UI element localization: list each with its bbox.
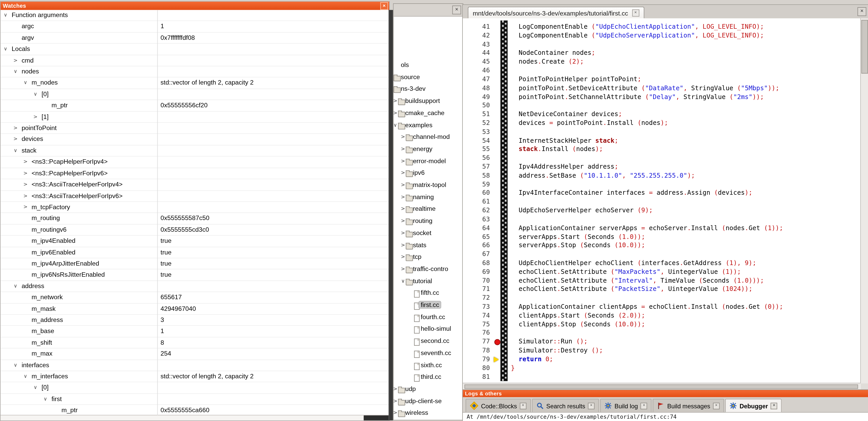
code-line[interactable]: echoClient.SetAttribute ("Interval", Tim…	[511, 277, 783, 285]
code-line[interactable]	[511, 40, 783, 49]
watch-row[interactable]: ∨nodes	[1, 66, 389, 78]
line-number[interactable]: 53	[463, 128, 494, 136]
watch-row[interactable]: m_ipv4Enabledtrue	[1, 235, 389, 247]
watch-row[interactable]: m_routing0x555555587c50	[1, 213, 389, 224]
code-line[interactable]	[511, 294, 783, 302]
watch-row[interactable]: ∨m_interfacesstd::vector of length 2, ca…	[1, 371, 389, 383]
code-line[interactable]	[511, 250, 783, 259]
chevron-collapsed-icon[interactable]: >	[22, 191, 29, 201]
tree-item-second-cc[interactable]: second.cc	[394, 336, 463, 348]
watch-row[interactable]: m_network655617	[1, 292, 389, 303]
line-number[interactable]: 70	[463, 277, 494, 285]
line-number[interactable]: 61	[463, 198, 494, 206]
tree-item-udp-client-se[interactable]: >udp-client-se	[394, 396, 463, 408]
line-number[interactable]: 78	[463, 346, 494, 355]
line-number[interactable]: 60	[463, 189, 494, 198]
tree-item-seventh-cc[interactable]: seventh.cc	[394, 348, 463, 359]
line-number[interactable]: 50	[463, 101, 494, 110]
code-line[interactable]	[511, 101, 783, 110]
tree-item-sixth-cc[interactable]: sixth.cc	[394, 360, 463, 371]
watch-row[interactable]: ∨Locals	[1, 44, 389, 55]
line-number[interactable]: 56	[463, 154, 494, 163]
code-line[interactable]: echoClient.SetAttribute ("PacketSize", U…	[511, 285, 783, 294]
chevron-collapsed-icon[interactable]: >	[400, 134, 406, 139]
watch-row[interactable]: ><ns3::AsciiTraceHelperForIpv4>	[1, 179, 389, 191]
line-number[interactable]: 77	[463, 337, 494, 346]
watches-titlebar[interactable]: Watches ×	[1, 2, 389, 10]
logs-titlebar[interactable]: Logs & others	[463, 390, 868, 398]
chevron-expanded-icon[interactable]: ∨	[41, 394, 49, 404]
code-line[interactable]: NetDeviceContainer devices;	[511, 110, 783, 119]
line-number[interactable]: 75	[463, 320, 494, 329]
logs-tab-close-icon[interactable]: ×	[641, 402, 648, 409]
line-number[interactable]: 55	[463, 145, 494, 154]
watch-row[interactable]: ∨first	[1, 394, 389, 405]
tree-item-error-model[interactable]: >error-model	[394, 156, 463, 167]
line-number[interactable]: 49	[463, 93, 494, 101]
code-line[interactable]: echoClient.SetAttribute ("MaxPackets", U…	[511, 268, 783, 277]
chevron-collapsed-icon[interactable]: >	[12, 55, 20, 66]
chevron-collapsed-icon[interactable]: >	[400, 146, 406, 151]
chevron-expanded-icon[interactable]: ∨	[12, 66, 20, 77]
editor-pane-close-button[interactable]: ×	[858, 7, 866, 16]
code-line[interactable]: UdpEchoClientHelper echoClient (interfac…	[511, 259, 783, 268]
watches-horizontal-scrollbar[interactable]	[1, 415, 389, 420]
watch-row[interactable]: ∨[0]	[1, 89, 389, 100]
watch-row[interactable]: >devices	[1, 134, 389, 145]
watch-row[interactable]: >m_tcpFactory	[1, 202, 389, 213]
line-number[interactable]: 45	[463, 58, 494, 66]
line-number[interactable]: 68	[463, 259, 494, 268]
code-line[interactable]: return 0;	[511, 355, 783, 364]
code-line[interactable]: clientApps.Start (Seconds (2.0));	[511, 311, 783, 320]
editor-tab-close-icon[interactable]: ×	[632, 9, 639, 17]
chevron-collapsed-icon[interactable]: >	[394, 98, 398, 103]
line-number[interactable]: 59	[463, 180, 494, 189]
line-number[interactable]: 79	[463, 355, 494, 364]
chevron-expanded-icon[interactable]: ∨	[12, 281, 20, 291]
tree-item-hello-simul[interactable]: hello-simul	[394, 324, 463, 335]
chevron-expanded-icon[interactable]: ∨	[22, 371, 29, 382]
code-line[interactable]	[511, 154, 783, 163]
tree-close-button[interactable]: ×	[453, 5, 461, 14]
tree-item-naming[interactable]: >naming	[394, 192, 463, 203]
line-number[interactable]: 54	[463, 136, 494, 145]
chevron-expanded-icon[interactable]: ∨	[400, 278, 406, 284]
watch-row[interactable]: m_routingv60x5555555cd3c0	[1, 224, 389, 236]
chevron-collapsed-icon[interactable]: >	[400, 182, 406, 188]
code-line[interactable]: pointToPoint.SetDeviceAttribute ("DataRa…	[511, 84, 783, 93]
chevron-collapsed-icon[interactable]: >	[394, 410, 398, 416]
watch-row[interactable]: >cmd	[1, 55, 389, 66]
code-line[interactable]	[511, 373, 783, 382]
watch-row[interactable]: ∨interfaces	[1, 360, 389, 371]
logs-tab-close-icon[interactable]: ×	[520, 402, 526, 409]
line-number[interactable]: 62	[463, 206, 494, 215]
line-number[interactable]: 46	[463, 66, 494, 75]
code-line[interactable]: ApplicationContainer serverApps = echoSe…	[511, 224, 783, 233]
chevron-collapsed-icon[interactable]: >	[22, 179, 29, 190]
watch-row[interactable]: ><ns3::PcapHelperForIpv4>	[1, 157, 389, 168]
watch-row[interactable]: m_ptr0x55555556cf20	[1, 100, 389, 112]
tree-item-examples[interactable]: ∨examples	[394, 120, 463, 131]
chevron-collapsed-icon[interactable]: >	[22, 168, 29, 179]
watch-row[interactable]: m_ipv4ArpJitterEnabledtrue	[1, 258, 389, 270]
line-number[interactable]: 76	[463, 329, 494, 338]
watch-row[interactable]: ><ns3::AsciiTraceHelperForIpv6>	[1, 191, 389, 202]
tree-item-channel-mod[interactable]: >channel-mod	[394, 132, 463, 143]
tree-item-buildsupport[interactable]: >buildsupport	[394, 96, 463, 107]
code-line[interactable]	[511, 128, 783, 136]
chevron-expanded-icon[interactable]: ∨	[2, 44, 9, 54]
code-line[interactable]: InternetStackHelper stack;	[511, 136, 783, 145]
line-number[interactable]: 58	[463, 171, 494, 180]
tree-item-socket[interactable]: >socket	[394, 228, 463, 239]
code-line[interactable]: devices = pointToPoint.Install (nodes);	[511, 119, 783, 128]
code-line[interactable]: UdpEchoServerHelper echoServer (9);	[511, 206, 783, 215]
line-number[interactable]: 69	[463, 268, 494, 277]
chevron-expanded-icon[interactable]: ∨	[2, 10, 9, 21]
scrollbar-thumb[interactable]	[465, 385, 858, 389]
watch-row[interactable]: m_mask4294967040	[1, 303, 389, 315]
chevron-collapsed-icon[interactable]: >	[12, 134, 20, 145]
code-line[interactable]: serverApps.Stop (Seconds (10.0));	[511, 241, 783, 250]
chevron-collapsed-icon[interactable]: >	[400, 194, 406, 199]
chevron-expanded-icon[interactable]: ∨	[32, 383, 39, 393]
watch-row[interactable]: >[1]	[1, 111, 389, 123]
